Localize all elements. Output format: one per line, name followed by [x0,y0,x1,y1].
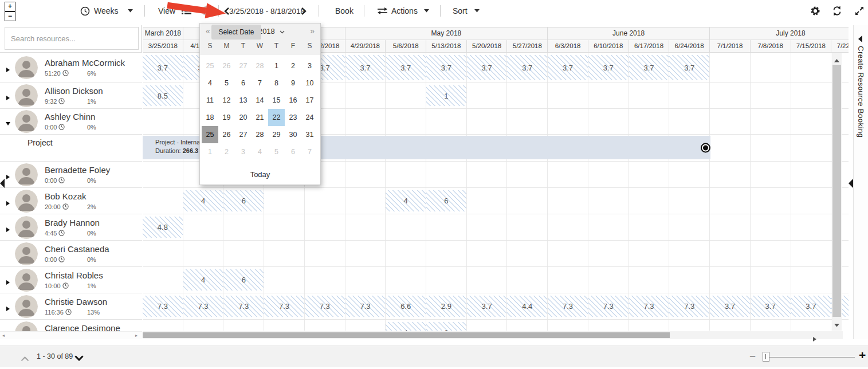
allocation-cell[interactable]: 7.3 [264,296,304,317]
allocation-cell[interactable]: 3.7 [629,55,669,80]
grid-cell[interactable] [507,267,548,293]
grid-cell[interactable] [710,320,751,331]
grid-cell[interactable] [507,320,548,331]
grid-cell[interactable] [751,267,791,293]
week-header-cell[interactable]: 5/27/2018 [507,40,548,53]
grid-cell[interactable] [669,267,710,293]
grid-cell[interactable] [507,109,548,134]
calendar-day[interactable]: 31 [301,126,318,143]
sidebar-horizontal-scrollbar[interactable]: ◂ ▸ [0,331,142,339]
calendar-day[interactable]: 5 [268,143,285,160]
calendar-day[interactable]: 3 [235,143,252,160]
grid-cell[interactable] [548,162,588,187]
grid-cell[interactable]: 3.7 [629,53,670,83]
allocation-cell[interactable]: 3.7 [386,55,426,80]
calendar-day[interactable]: 4 [202,74,218,92]
grid-cell[interactable]: 3.7 [751,293,791,319]
grid-cell[interactable] [426,162,467,187]
resource-row[interactable]: Allison Dickson9:321% [0,83,142,109]
page-down-icon[interactable] [74,353,84,363]
grid-cell[interactable] [751,135,791,161]
grid-cell[interactable] [548,109,588,134]
calendar-day[interactable]: 4 [252,143,268,160]
scroll-right-icon[interactable] [813,333,816,344]
grid-cell[interactable] [629,109,670,134]
allocation-cell[interactable]: 6.6 [386,296,426,317]
grid-cell[interactable] [710,241,751,266]
calendar-day[interactable]: 11 [202,92,218,109]
grid-cell[interactable]: 6.6 [386,293,426,319]
grid-cell[interactable]: 4 [183,188,224,214]
allocation-cell[interactable]: 3.7 [426,55,466,80]
calendar-day[interactable]: 21 [252,109,268,126]
grid-cell[interactable] [305,267,345,293]
grid-cell[interactable]: 7.3 [669,293,710,319]
calendar-day[interactable]: 14 [252,92,268,109]
grid-cell[interactable] [467,162,508,187]
create-resource-booking-tab[interactable]: Create Resource Booking [853,25,868,339]
grid-cell[interactable]: 4 [183,267,224,293]
grid-cell[interactable] [143,109,183,134]
grid-cell[interactable] [345,83,386,108]
grid-cell[interactable]: 3.7 [467,53,508,83]
calendar-day[interactable]: 7 [252,74,268,92]
grid-cell[interactable] [345,320,386,331]
grid-cell[interactable] [629,83,670,108]
grid-cell[interactable] [183,214,224,240]
grid-cell[interactable]: 3.7 [548,53,588,83]
resource-row[interactable]: Christie Dawson116:3613% [0,293,142,320]
grid-cell[interactable]: 3.7 [386,53,426,83]
grid-cell[interactable] [345,188,386,214]
allocation-cell[interactable]: 6 [426,322,466,331]
allocation-cell[interactable]: 7.3 [548,296,588,317]
scroll-right-icon[interactable]: ▸ [135,333,138,338]
grid-cell[interactable]: 7.3 [223,293,264,319]
grid-cell[interactable]: 3.7 [467,293,508,319]
expand-expander-icon[interactable] [5,225,11,230]
grid-cell[interactable] [669,320,710,331]
expand-panel-arrow[interactable] [849,179,853,188]
chevron-right-icon[interactable] [300,0,307,22]
today-button[interactable]: Today [200,170,320,179]
allocation-cell[interactable]: 3.7 [548,55,588,80]
grid-cell[interactable] [223,214,264,240]
calendar-day[interactable]: 8 [268,74,285,92]
zoom-out-button[interactable]: − [5,11,15,21]
grid-cell[interactable] [791,320,832,331]
allocation-cell[interactable]: 3.7 [507,55,547,80]
grid-cell[interactable]: 6 [426,320,467,331]
scroll-down-icon[interactable] [832,319,842,329]
gear-icon[interactable] [810,0,820,22]
collapse-expander-icon[interactable] [5,119,11,124]
zoom-in-button[interactable]: + [859,348,866,362]
grid-cell[interactable]: 7.3 [548,293,588,319]
grid-cell[interactable] [751,188,791,214]
grid-cell[interactable]: 2.9 [426,293,467,319]
grid-cell[interactable]: 3.7 [345,53,386,83]
grid-cell[interactable]: 3.7 [143,53,183,83]
allocation-cell[interactable]: 3.7 [345,55,386,80]
allocation-cell[interactable]: 4.8 [143,217,183,238]
grid-cell[interactable] [791,188,832,214]
resource-row[interactable]: Project [0,135,142,162]
calendar-day[interactable]: 12 [218,92,235,109]
calendar-day[interactable]: 6 [285,143,301,160]
grid-cell[interactable] [386,109,426,134]
grid-cell[interactable]: 3.7 [507,53,548,83]
grid-cell[interactable]: 6 [426,188,467,214]
calendar-day[interactable]: 28 [252,126,268,143]
allocation-cell[interactable]: 3.7 [467,296,507,317]
grid-cell[interactable]: 7.3 [183,293,224,319]
week-header-cell[interactable]: 4/29/2018 [345,40,386,53]
week-header-cell[interactable]: 5/20/2018 [467,40,508,53]
expand-expander-icon[interactable] [5,65,11,70]
calendar-day[interactable]: 1 [202,143,218,160]
collapse-panel-arrow[interactable] [0,179,5,188]
calendar-day[interactable]: 15 [268,92,285,109]
week-header-cell[interactable]: 3/25/2018 [143,40,183,53]
grid-cell[interactable] [223,241,264,266]
grid-cell[interactable] [751,241,791,266]
search-input[interactable] [5,27,139,50]
grid-cell[interactable] [345,109,386,134]
calendar-day[interactable]: 28 [252,57,268,74]
